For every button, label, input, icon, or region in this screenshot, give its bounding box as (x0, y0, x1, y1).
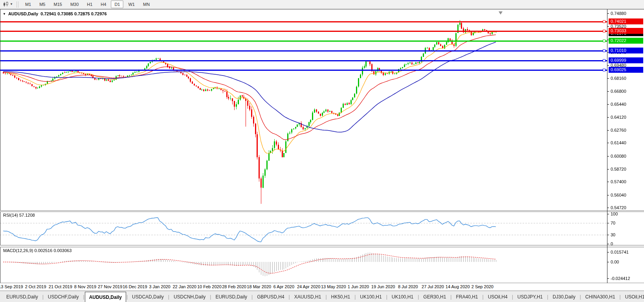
chart-tab-ger30-h1[interactable]: GER30,H1 (419, 292, 450, 302)
price-axis-tick: 0.57400 (607, 179, 626, 184)
date-axis-label: 24 Apr 2020 (297, 284, 320, 289)
timeframe-button-h1[interactable]: H1 (83, 0, 96, 8)
price-axis-tick: 0.66800 (607, 88, 626, 94)
chart-tab-uk100-h1[interactable]: UK100,H1 (388, 292, 417, 302)
date-axis-label: 13 May 2020 (321, 284, 346, 289)
date-axis-label: 21 Oct 2019 (49, 284, 72, 289)
macd-axis-tick: 0.015741 (607, 249, 629, 255)
chart-tab-dj30-daily[interactable]: DJ30,Daily (549, 292, 579, 302)
chart-tab-uk100-h1[interactable]: UK100,H1 (356, 292, 385, 302)
chart-tab-audusd-daily[interactable]: AUDUSD,Daily (85, 292, 126, 302)
date-axis-label: 10 Feb 2020 (197, 284, 222, 289)
chart-tab-eurusd-daily[interactable]: EURUSD,Daily (211, 292, 251, 302)
date-axis[interactable]: 13 Sep 20192 Oct 201921 Oct 20198 Nov 20… (0, 283, 644, 291)
rsi-axis-tick: 0 (607, 241, 613, 247)
date-axis-label: 27 Nov 2019 (98, 284, 122, 289)
date-axis-label: 3 Jan 2020 (149, 284, 170, 289)
toolbar-grip[interactable] (17, 2, 18, 7)
price-axis-tick: 0.68160 (607, 76, 626, 81)
date-axis-label: 2 Oct 2019 (25, 284, 46, 289)
pane-splitter-rsi[interactable] (0, 210, 644, 212)
price-axis-tick: 0.64120 (607, 114, 626, 120)
triangle-down-icon: ▼ (3, 12, 6, 16)
chart-tab-usoil-h4[interactable]: USOil,H4 (484, 292, 512, 302)
chart-tab-usdcnh-daily[interactable]: USDCNH,Daily (170, 292, 209, 302)
macd-label: MACD(12,26,9) 0.002516 0.003063 (3, 248, 72, 253)
chart-symbol-period: AUDUSD,Daily (8, 11, 38, 16)
pane-splitter-macd[interactable] (0, 245, 644, 247)
macd-axis-tick: 0.00 (607, 259, 619, 265)
chart-tab-gbpusd-h4[interactable]: GBPUSD,H4 (253, 292, 288, 302)
candlestick-chart-icon (3, 2, 9, 7)
date-axis-label: 19 Jun 2020 (371, 284, 395, 289)
timeframe-button-w1[interactable]: W1 (125, 0, 138, 8)
rsi-axis-tick: 70 (607, 220, 615, 226)
chart-tab-hk50-h1[interactable]: HK50,H1 (327, 292, 354, 302)
timeframe-button-m5[interactable]: M5 (36, 0, 49, 8)
chart-ohlc-values: 0.72941 0.73085 0.72875 0.72976 (40, 11, 106, 16)
rsi-label: RSI(14) 57.1208 (3, 213, 35, 217)
chart-tab-eurusd-daily[interactable]: EURUSD,Daily (2, 292, 42, 302)
rsi-axis-tick: 100 (607, 211, 618, 217)
timeframe-button-h4[interactable]: H4 (97, 0, 110, 8)
macd-axis-tick: -0.024412 (607, 276, 630, 281)
hline-price-label: 0.69999 (609, 57, 643, 63)
price-axis[interactable]: 0.748800.735200.721600.708400.694800.681… (607, 9, 644, 283)
timeframe-button-d1[interactable]: D1 (111, 0, 123, 8)
hline-price-label: 0.72022 (609, 38, 643, 44)
hline-price-label: 0.73033 (609, 28, 643, 34)
timeframe-button-mn[interactable]: MN (139, 0, 153, 8)
chart-window: ▼ AUDUSD,Daily 0.72941 0.73085 0.72875 0… (0, 9, 644, 291)
price-axis-tick: 0.74880 (607, 11, 626, 16)
price-axis-tick: 0.54720 (607, 205, 626, 210)
date-axis-label: 22 Jan 2020 (172, 284, 196, 289)
chart-tab-china300-h1[interactable]: CHINA300,H1 (582, 292, 619, 302)
chart-tab-fra40-h1[interactable]: FRA40,H1 (452, 292, 482, 302)
price-axis-tick: 0.56040 (607, 192, 626, 198)
hline-price-label: 0.74021 (609, 18, 643, 24)
price-axis-tick: 0.58720 (607, 166, 626, 172)
date-axis-label: 28 Feb 2020 (222, 284, 246, 289)
price-axis-tick: 0.61440 (607, 140, 626, 145)
date-axis-label: 1 Jun 2020 (348, 284, 369, 289)
chart-tab-usdcad-daily[interactable]: USDCAD,Daily (128, 292, 168, 302)
chart-type-icon[interactable]: ▼ (2, 1, 14, 7)
chart-tab-usdchf-daily[interactable]: USDCHF,Daily (44, 292, 83, 302)
date-axis-label: 27 Jul 2020 (422, 284, 444, 289)
hline-price-label: 0.71010 (609, 48, 643, 53)
timeframe-button-m30[interactable]: M30 (67, 0, 82, 8)
date-axis-label: 8 Nov 2019 (74, 284, 96, 289)
chart-tab-usdjpy-h1[interactable]: USDJPY,H1 (514, 292, 547, 302)
date-axis-label: 14 Aug 2020 (446, 284, 470, 289)
chart-tabs-bar: EURUSD,Daily|USDCHF,Daily|AUDUSD,Daily|U… (0, 291, 644, 302)
price-chart-canvas[interactable] (0, 9, 607, 283)
date-axis-label: 2 Sep 2020 (472, 284, 494, 289)
rsi-axis-tick: 30 (607, 232, 615, 238)
price-axis-tick: 0.60080 (607, 153, 626, 159)
date-axis-label: 8 Jul 2020 (398, 284, 418, 289)
timeframe-buttons: M1M5M15M30H1H4D1W1MN (22, 0, 154, 8)
timeframe-button-m1[interactable]: M1 (22, 0, 35, 8)
chart-title: ▼ AUDUSD,Daily 0.72941 0.73085 0.72875 0… (3, 11, 107, 16)
date-axis-label: 13 Sep 2019 (0, 284, 23, 289)
chevron-down-icon: ▼ (10, 3, 13, 6)
date-axis-label: 18 Mar 2020 (247, 284, 271, 289)
price-axis-tick: 0.65440 (607, 101, 626, 107)
price-axis-tick: 0.62760 (607, 127, 626, 133)
toolbar: ▼ M1M5M15M30H1H4D1W1MN (0, 0, 644, 9)
hline-price-label: 0.69025 (609, 67, 643, 73)
chart-tab-usoil-h1[interactable]: USOil,H1 (621, 292, 644, 302)
date-axis-label: 16 Dec 2019 (123, 284, 147, 289)
chart-tab-xauusd-h1[interactable]: XAUUSD,H1 (290, 292, 325, 302)
date-axis-label: 6 Apr 2020 (273, 284, 294, 289)
timeframe-button-m15[interactable]: M15 (50, 0, 65, 8)
